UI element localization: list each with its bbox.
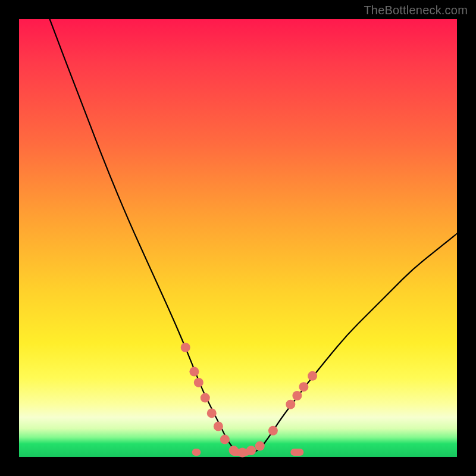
marker-dot xyxy=(246,446,256,455)
marker-dot xyxy=(214,422,223,431)
marker-dot xyxy=(308,371,317,381)
marker-dot xyxy=(299,382,308,392)
marker-dot xyxy=(255,441,265,451)
marker-bar xyxy=(192,449,201,456)
marker-dot xyxy=(194,378,203,387)
marker-dot xyxy=(292,391,302,400)
marker-dot xyxy=(189,367,199,377)
plot-area xyxy=(19,19,457,457)
marker-points xyxy=(181,343,317,458)
marker-dot xyxy=(286,400,295,409)
curve-layer xyxy=(19,19,457,457)
marker-dot xyxy=(268,426,278,436)
marker-dot xyxy=(229,446,239,455)
outer-frame: TheBottleneck.com xyxy=(0,0,476,476)
marker-dot xyxy=(237,448,247,458)
marker-bar xyxy=(290,449,303,456)
marker-dot xyxy=(181,343,190,352)
attribution-text: TheBottleneck.com xyxy=(364,4,468,17)
bottleneck-curve xyxy=(50,19,458,453)
marker-dot xyxy=(207,408,217,418)
marker-dot xyxy=(201,393,210,403)
marker-dot xyxy=(220,435,230,444)
